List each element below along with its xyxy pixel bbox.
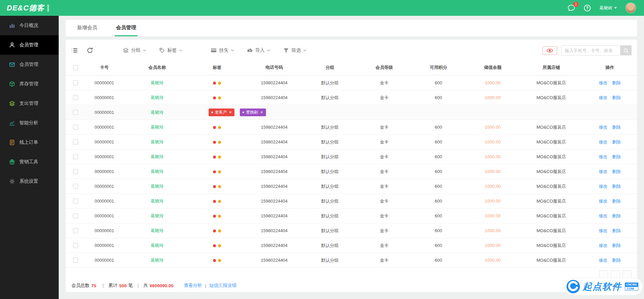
dropdown-2[interactable]: 标签 xyxy=(159,47,182,53)
table-row: 00000001葛晓玲15980224404默认分组金卡6001000.00MO… xyxy=(66,90,637,105)
pagination-box-1[interactable] xyxy=(599,270,608,278)
dropdown-4[interactable]: 导入 xyxy=(247,47,270,53)
tag-chip[interactable]: 爱挑剔✕ xyxy=(240,109,266,116)
refresh-button[interactable] xyxy=(87,47,93,54)
tag-chip[interactable]: 老客户✕ xyxy=(209,109,234,116)
delete-link[interactable]: 删除 xyxy=(612,169,621,174)
delete-link[interactable]: 删除 xyxy=(612,213,621,218)
list-view-button[interactable] xyxy=(71,47,78,54)
balance xyxy=(466,105,520,120)
level: 金卡 xyxy=(357,120,412,135)
edit-link[interactable]: 修改 xyxy=(599,228,607,233)
messages-button[interactable]: 2 xyxy=(568,4,575,11)
member-name[interactable]: 葛晓玲 xyxy=(151,258,164,263)
member-name[interactable]: 葛晓玲 xyxy=(151,80,164,85)
avatar[interactable] xyxy=(626,3,636,13)
sum-value: ¥600090.05 xyxy=(150,283,173,288)
dropdown-1[interactable]: 分组 xyxy=(123,47,146,53)
search-button[interactable] xyxy=(620,45,632,55)
help-button[interactable]: ? xyxy=(584,5,591,11)
delete-link[interactable]: 删除 xyxy=(612,154,621,159)
toggle-visibility-button[interactable] xyxy=(542,46,557,55)
level: 金卡 xyxy=(357,194,412,209)
row-checkbox[interactable] xyxy=(73,95,78,100)
sidebar-item-6[interactable]: 智能分析 xyxy=(0,113,59,133)
row-checkbox[interactable] xyxy=(73,258,78,263)
group xyxy=(303,105,357,120)
delete-link[interactable]: 删除 xyxy=(612,228,621,233)
member-name[interactable]: 葛晓玲 xyxy=(151,184,164,189)
row-checkbox[interactable] xyxy=(73,80,78,85)
sidebar-item-7[interactable]: 线上订单 xyxy=(0,133,59,152)
delete-link[interactable]: 删除 xyxy=(612,95,621,100)
remove-tag-icon[interactable]: ✕ xyxy=(229,110,232,115)
member-name[interactable]: 葛晓玲 xyxy=(151,95,164,100)
view-analysis-link[interactable]: 查看分析 xyxy=(184,283,202,289)
card-number: 00000001 xyxy=(83,164,126,179)
row-checkbox[interactable] xyxy=(73,184,78,189)
edit-link[interactable]: 修改 xyxy=(599,95,607,100)
sidebar-item-3[interactable]: 会员管理 xyxy=(0,55,59,74)
member-name[interactable]: 葛晓玲 xyxy=(151,213,164,218)
level: 金卡 xyxy=(357,209,412,223)
row-checkbox[interactable] xyxy=(73,199,78,204)
sidebar-item-9[interactable]: 系统设置 xyxy=(0,172,59,191)
card-icon xyxy=(211,47,217,53)
sidebar-item-1[interactable]: 今日概况 xyxy=(0,16,59,35)
tab-2[interactable]: 会员管理 xyxy=(115,20,138,36)
edit-link[interactable]: 修改 xyxy=(599,154,607,159)
delete-link[interactable]: 删除 xyxy=(612,80,621,85)
edit-link[interactable]: 修改 xyxy=(599,258,607,263)
row-checkbox[interactable] xyxy=(73,213,78,218)
delete-link[interactable]: 删除 xyxy=(612,139,621,144)
dropdown-5[interactable]: 筛选 xyxy=(283,47,307,53)
member-name[interactable]: 葛晓玲 xyxy=(151,243,164,248)
balance: 1000.00 xyxy=(466,253,520,268)
edit-link[interactable]: 修改 xyxy=(599,125,607,130)
delete-link[interactable]: 删除 xyxy=(612,258,621,263)
row-checkbox[interactable] xyxy=(73,154,78,159)
row-checkbox[interactable] xyxy=(73,110,78,115)
sidebar-item-4[interactable]: 库存管理 xyxy=(0,74,59,94)
edit-link[interactable]: 修改 xyxy=(599,213,607,218)
delete-link[interactable]: 删除 xyxy=(612,243,621,248)
row-checkbox[interactable] xyxy=(73,169,78,174)
bar-chart-icon xyxy=(9,23,15,29)
row-checkbox[interactable] xyxy=(73,139,78,144)
edit-link[interactable]: 修改 xyxy=(599,184,607,189)
pagination-box-3[interactable] xyxy=(623,270,632,278)
column-header: 可用积分 xyxy=(411,60,466,76)
sidebar-item-5[interactable]: 支出管理 xyxy=(0,94,59,113)
row-checkbox[interactable] xyxy=(73,125,78,130)
member-name[interactable]: 葛晓玲 xyxy=(151,228,164,233)
select-all-checkbox[interactable] xyxy=(73,65,78,70)
sidebar-item-2[interactable]: 会员管理 xyxy=(0,35,59,55)
member-name[interactable]: 葛晓玲 xyxy=(151,139,164,144)
edit-link[interactable]: 修改 xyxy=(599,199,607,204)
edit-link[interactable]: 修改 xyxy=(599,243,607,248)
column-header: 卡号 xyxy=(83,60,126,76)
user-menu[interactable]: 葛晓岭 xyxy=(599,5,617,11)
search-input[interactable] xyxy=(561,45,620,55)
sms-report-link[interactable]: 短信汇报业绩 xyxy=(209,283,236,289)
sidebar-item-8[interactable]: 营销工具 xyxy=(0,152,59,172)
delete-link[interactable]: 删除 xyxy=(612,184,621,189)
delete-link[interactable]: 删除 xyxy=(612,199,621,204)
member-name[interactable]: 葛晓玲 xyxy=(151,169,164,174)
member-name[interactable]: 葛晓玲 xyxy=(151,125,164,130)
row-checkbox[interactable] xyxy=(73,243,78,248)
edit-link[interactable]: 修改 xyxy=(599,80,607,85)
delete-link[interactable]: 删除 xyxy=(612,125,621,130)
member-name[interactable]: 葛晓玲 xyxy=(151,154,164,159)
pagination-box-2[interactable] xyxy=(611,270,620,278)
edit-link[interactable]: 修改 xyxy=(599,169,607,174)
tags-cell: 老客户✕爱挑剔✕ xyxy=(189,105,246,120)
level: 金卡 xyxy=(357,135,412,150)
member-name[interactable]: 葛晓玲 xyxy=(151,110,164,115)
remove-tag-icon[interactable]: ✕ xyxy=(260,110,263,115)
member-name[interactable]: 葛晓玲 xyxy=(151,199,164,204)
tab-1[interactable]: 新增会员 xyxy=(76,20,99,36)
dropdown-3[interactable]: 挂失 xyxy=(211,47,234,53)
edit-link[interactable]: 修改 xyxy=(599,139,607,144)
row-checkbox[interactable] xyxy=(73,228,78,233)
